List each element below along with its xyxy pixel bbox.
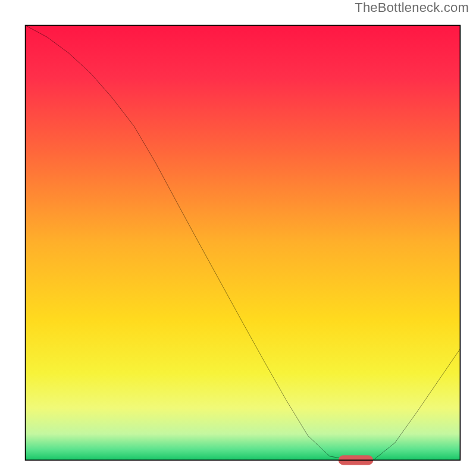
plot-area [17,17,469,469]
gradient-bg [26,26,461,461]
chart-svg [17,17,469,469]
chart-frame: TheBottleneck.com [0,0,476,476]
watermark-label: TheBottleneck.com [355,0,469,15]
